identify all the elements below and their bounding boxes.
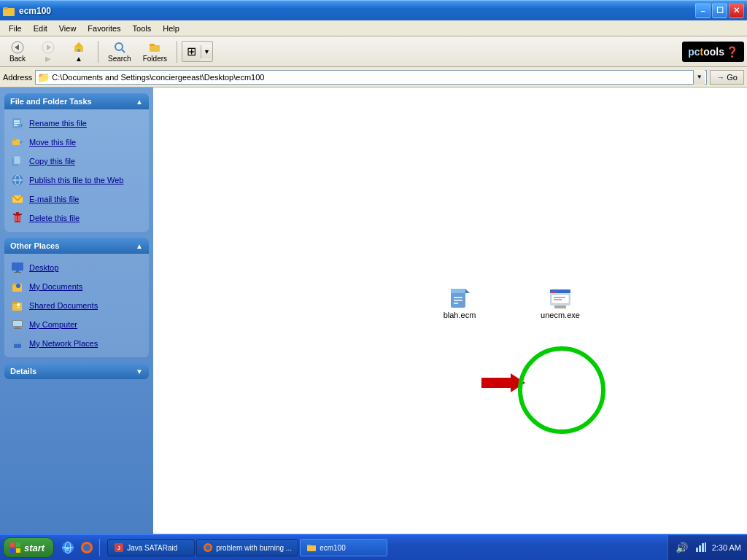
svg-rect-66 [10,542,15,547]
taskbar: start e J Java SATARaid problem with bur… [0,534,747,560]
svg-rect-43 [13,321,22,326]
views-arrow[interactable]: ▼ [201,45,212,58]
other-places-header[interactable]: Other Places ▲ [4,238,149,254]
start-button[interactable]: start [3,537,54,558]
desktop-item[interactable]: Desktop [7,258,146,277]
forward-button[interactable]: ▶ [34,39,63,65]
svg-point-38 [16,284,20,288]
svg-rect-65 [554,306,566,308]
svg-rect-67 [16,542,20,547]
rename-item[interactable]: Rename this file [7,114,146,133]
menu-tools[interactable]: Tools [127,23,158,34]
file-area: blah.ecm unecm.exe [153,88,747,534]
svg-rect-9 [77,49,80,52]
svg-rect-30 [16,212,19,214]
views-main[interactable]: ⊞ [182,42,201,61]
main-content: File and Folder Tasks ▲ Rename this file… [0,88,747,534]
desktop-icon [10,260,25,275]
copy-icon [10,154,25,168]
firefox-taskbar-item[interactable]: problem with burning ... [196,539,298,556]
separator2 [177,41,177,63]
taskbar-tray: 🔊 2:30 AM [667,535,747,560]
separator1 [98,41,98,63]
svg-text:e: e [66,545,70,552]
email-item[interactable]: E-mail this file [7,190,146,209]
menu-favorites[interactable]: Favorites [82,23,126,34]
details-header[interactable]: Details ▼ [4,363,149,379]
svg-rect-82 [696,548,698,552]
svg-marker-58 [481,373,525,392]
address-input[interactable] [52,73,691,82]
ecm-file-icon [448,287,471,311]
up-button[interactable]: ▲ [64,39,93,65]
arrow-indicator [481,372,525,395]
blah-ecm-file[interactable]: blah.ecm [434,284,485,322]
svg-rect-85 [705,542,706,552]
file-folder-tasks-header[interactable]: File and Folder Tasks ▲ [4,93,149,109]
details-section: Details ▼ [4,363,149,379]
svg-rect-40 [12,302,18,304]
mycomputer-item[interactable]: My Computer [7,315,146,334]
java-taskbar-item[interactable]: J Java SATARaid [107,539,195,556]
views-button[interactable]: ⊞ ▼ [182,41,213,62]
minimize-button[interactable]: – [695,3,711,18]
publish-item[interactable]: Publish this file to the Web [7,171,146,190]
svg-rect-46 [12,339,17,343]
svg-rect-62 [551,295,569,303]
search-button[interactable]: Search [103,39,136,65]
shareddocs-item[interactable]: Shared Documents [7,296,146,315]
folders-button[interactable]: Folders [138,39,172,65]
address-input-wrap: 📁 ▼ [35,70,707,85]
rename-icon [10,116,25,131]
menu-file[interactable]: File [3,23,28,34]
mynetwork-item[interactable]: My Network Places [7,334,146,353]
shareddocs-icon [10,298,25,313]
svg-rect-83 [699,545,701,552]
tray-network-icon[interactable] [693,540,709,556]
title-text: ecm100 [19,6,51,16]
go-button[interactable]: → Go [710,70,744,85]
svg-marker-5 [47,44,51,50]
svg-rect-20 [12,139,16,141]
menu-view[interactable]: View [53,23,82,34]
svg-point-79 [206,545,211,551]
svg-text:J: J [117,545,120,551]
svg-marker-3 [15,44,19,50]
unecm-exe-file[interactable]: unecm.exe [535,284,586,322]
other-places-chevron: ▲ [136,242,143,250]
java-taskbar-icon: J [114,542,124,553]
svg-rect-47 [18,339,23,343]
svg-rect-13 [150,44,155,46]
left-panel: File and Folder Tasks ▲ Rename this file… [0,88,153,534]
svg-point-75 [83,544,90,551]
svg-rect-29 [13,214,22,215]
svg-point-10 [115,43,123,50]
svg-marker-21 [20,141,23,144]
delete-item[interactable]: Delete this file [7,209,146,228]
toolbar: Back ▶ ▲ Search Folders ⊞ ▼ [0,36,747,67]
mydocs-item[interactable]: My Documents [7,277,146,296]
details-chevron: ▼ [136,368,143,376]
move-item[interactable]: Move this file [7,133,146,152]
publish-icon [10,173,25,187]
restore-button[interactable]: ☐ [712,3,727,18]
back-button[interactable]: Back [3,39,32,65]
ie-icon[interactable]: e [60,540,76,556]
forward-icon [42,41,55,54]
svg-rect-84 [702,543,704,552]
svg-rect-54 [451,289,465,293]
close-button[interactable]: ✕ [729,3,744,18]
ecm100-taskbar-item[interactable]: ecm100 [300,539,387,556]
svg-rect-48 [14,344,21,348]
copy-item[interactable]: Copy this file [7,152,146,171]
menu-help[interactable]: Help [157,23,185,34]
address-dropdown[interactable]: ▼ [693,70,705,85]
firefox-quick-icon[interactable] [79,540,95,556]
folder-icon [3,5,15,17]
svg-rect-33 [12,262,23,271]
menu-edit[interactable]: Edit [28,23,53,34]
tray-icon-1[interactable]: 🔊 [674,540,690,556]
svg-rect-35 [14,272,21,273]
svg-marker-18 [21,124,23,127]
svg-marker-8 [75,42,82,47]
